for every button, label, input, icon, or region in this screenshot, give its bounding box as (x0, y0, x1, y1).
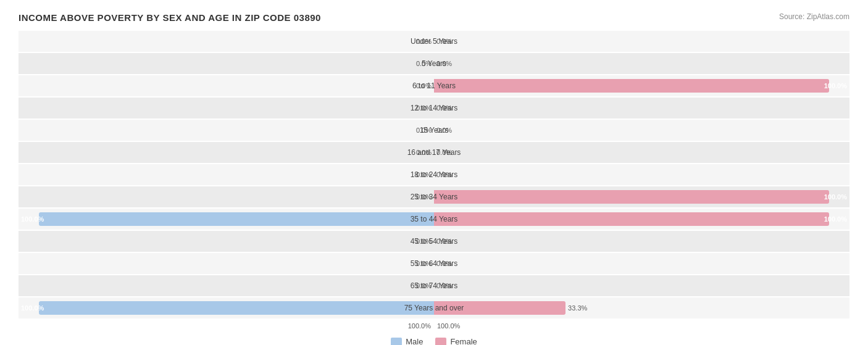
left-section: 0.0% (19, 186, 434, 207)
female-value: 0.0% (436, 238, 452, 245)
total-male-value: 100.0% (19, 322, 434, 330)
right-section: 0.0% (434, 31, 849, 52)
legend: Male Female (19, 337, 849, 345)
left-section: 100.0% (19, 209, 434, 230)
male-value: 0.0% (416, 260, 432, 267)
left-section: 0.0% (19, 53, 434, 74)
left-section: 0.0% (19, 164, 434, 185)
male-value: 0.0% (416, 82, 432, 89)
male-value: 0.0% (416, 282, 432, 289)
female-value: 100.0% (824, 215, 847, 223)
male-bar (39, 301, 434, 315)
male-value: 0.0% (416, 193, 432, 201)
female-value: 100.0% (824, 82, 847, 89)
left-section: 0.0% (19, 98, 434, 118)
female-bar (434, 190, 829, 204)
chart-row: 0.0%0.0%16 and 17 Years (19, 142, 849, 163)
female-value: 0.0% (436, 282, 452, 289)
right-section: 0.0% (434, 164, 849, 185)
right-section: 0.0% (434, 142, 849, 163)
total-row: 100.0% 100.0% (19, 320, 849, 332)
row-inner: 0.0%0.0% (19, 253, 849, 274)
left-section: 0.0% (19, 231, 434, 252)
left-section: 0.0% (19, 31, 434, 52)
female-value: 0.0% (436, 38, 452, 45)
male-legend-label: Male (406, 337, 423, 345)
female-bar (434, 79, 829, 93)
female-bar (434, 301, 565, 315)
left-section: 0.0% (19, 253, 434, 274)
right-section: 33.3% (434, 297, 849, 318)
row-inner: 0.0%0.0% (19, 164, 849, 185)
row-inner: 100.0%100.0% (19, 209, 849, 230)
female-value: 0.0% (436, 260, 452, 267)
chart-title: INCOME ABOVE POVERTY BY SEX AND AGE IN Z… (19, 12, 321, 23)
row-inner: 0.0%100.0% (19, 75, 849, 96)
male-value: 0.0% (416, 149, 432, 156)
row-inner: 0.0%0.0% (19, 231, 849, 252)
male-value: 0.0% (416, 127, 432, 134)
male-value: 0.0% (416, 38, 432, 45)
female-legend-box (435, 338, 446, 346)
legend-male: Male (391, 337, 423, 345)
left-section: 0.0% (19, 142, 434, 163)
chart-row: 0.0%0.0%5 Years (19, 53, 849, 74)
female-value: 100.0% (824, 193, 847, 201)
chart-area: 0.0%0.0%Under 5 Years0.0%0.0%5 Years0.0%… (19, 31, 849, 318)
left-section: 0.0% (19, 120, 434, 141)
source-label: Source: ZipAtlas.com (779, 12, 849, 21)
male-value: 0.0% (416, 171, 432, 178)
right-section: 0.0% (434, 253, 849, 274)
female-value: 0.0% (436, 104, 452, 112)
chart-row: 0.0%100.0%25 to 34 Years (19, 186, 849, 207)
female-value: 33.3% (568, 304, 587, 312)
chart-row: 100.0%33.3%75 Years and over (19, 297, 849, 318)
chart-container: INCOME ABOVE POVERTY BY SEX AND AGE IN Z… (19, 12, 849, 345)
chart-row: 0.0%0.0%15 Years (19, 120, 849, 141)
row-inner: 0.0%0.0% (19, 142, 849, 163)
female-value: 0.0% (436, 149, 452, 156)
legend-female: Female (435, 337, 477, 345)
chart-row: 0.0%0.0%18 to 24 Years (19, 164, 849, 185)
chart-row: 0.0%0.0%Under 5 Years (19, 31, 849, 52)
row-inner: 0.0%0.0% (19, 53, 849, 74)
row-inner: 0.0%0.0% (19, 31, 849, 52)
right-section: 100.0% (434, 209, 849, 230)
female-value: 0.0% (436, 60, 452, 67)
chart-row: 0.0%0.0%65 to 74 Years (19, 275, 849, 296)
right-section: 0.0% (434, 231, 849, 252)
right-section: 100.0% (434, 75, 849, 96)
row-inner: 0.0%0.0% (19, 120, 849, 141)
row-inner: 0.0%100.0% (19, 186, 849, 207)
male-value: 0.0% (416, 238, 432, 245)
chart-row: 0.0%0.0%55 to 64 Years (19, 253, 849, 274)
row-inner: 0.0%0.0% (19, 98, 849, 118)
right-section: 0.0% (434, 98, 849, 118)
left-section: 0.0% (19, 275, 434, 296)
male-bar (39, 212, 434, 226)
right-section: 100.0% (434, 186, 849, 207)
female-bar (434, 212, 829, 226)
row-inner: 100.0%33.3% (19, 297, 849, 318)
left-section: 100.0% (19, 297, 434, 318)
male-value: 0.0% (416, 104, 432, 112)
row-inner: 0.0%0.0% (19, 275, 849, 296)
male-value: 0.0% (416, 60, 432, 67)
chart-row: 0.0%0.0%45 to 54 Years (19, 231, 849, 252)
male-value: 100.0% (21, 215, 44, 223)
chart-row: 100.0%100.0%35 to 44 Years (19, 209, 849, 230)
chart-row: 0.0%0.0%12 to 14 Years (19, 98, 849, 118)
chart-row: 0.0%100.0%6 to 11 Years (19, 75, 849, 96)
total-female-value: 100.0% (434, 322, 849, 330)
female-legend-label: Female (450, 337, 477, 345)
female-value: 0.0% (436, 127, 452, 134)
female-value: 0.0% (436, 171, 452, 178)
left-section: 0.0% (19, 75, 434, 96)
male-value: 100.0% (21, 304, 44, 312)
right-section: 0.0% (434, 120, 849, 141)
right-section: 0.0% (434, 53, 849, 74)
male-legend-box (391, 338, 402, 346)
right-section: 0.0% (434, 275, 849, 296)
